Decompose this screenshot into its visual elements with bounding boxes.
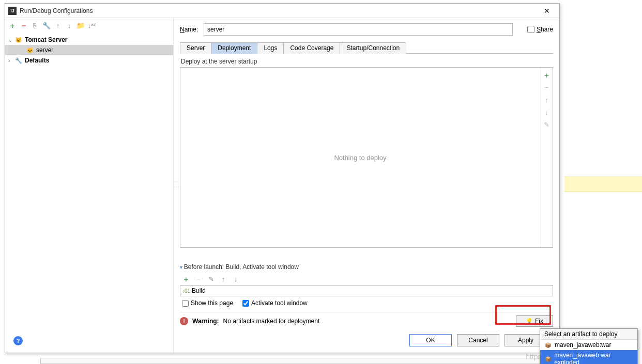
- tree-item-defaults[interactable]: › 🔧 Defaults: [5, 55, 173, 66]
- run-debug-dialog: IJ Run/Debug Configurations ✕ + − ⎘ 🔧 ↑ …: [5, 3, 560, 353]
- copy-icon[interactable]: ⎘: [31, 21, 39, 29]
- activate-window-check[interactable]: Activate tool window: [242, 299, 308, 307]
- remove-artifact-icon[interactable]: −: [543, 83, 551, 91]
- popup-item[interactable]: 📦 maven_javaweb:war: [540, 340, 637, 350]
- fix-button[interactable]: 💡 Fix: [516, 315, 553, 327]
- deploy-toolbar: + − ↑ ↓ ✎: [540, 68, 553, 247]
- down-artifact-icon[interactable]: ↓: [543, 108, 551, 116]
- edit-icon[interactable]: 🔧: [42, 21, 51, 29]
- before-launch-list[interactable]: ↓01 Build: [180, 285, 553, 296]
- tree-label: Tomcat Server: [25, 36, 67, 43]
- warning-icon: !: [180, 317, 188, 325]
- folder-icon[interactable]: 📁: [77, 21, 85, 29]
- tabs: Server Deployment Logs Code Coverage Sta…: [180, 42, 553, 54]
- sidebar-toolbar: + − ⎘ 🔧 ↑ ↓ 📁 ↓ᵃᶻ: [5, 18, 173, 33]
- build-icon: ↓01: [182, 287, 190, 294]
- warning-label: Warning:: [192, 318, 219, 325]
- show-page-check[interactable]: Show this page: [182, 299, 233, 307]
- warning-row: ! Warning: No artifacts marked for deplo…: [180, 312, 553, 330]
- dialog-title: Run/Debug Configurations: [20, 7, 538, 14]
- titlebar: IJ Run/Debug Configurations ✕: [5, 4, 559, 18]
- add-artifact-icon[interactable]: +: [543, 71, 551, 79]
- tab-logs[interactable]: Logs: [257, 42, 284, 54]
- empty-text: Nothing to deploy: [180, 68, 540, 247]
- tree-label: Defaults: [25, 57, 49, 64]
- wrench-icon: 🔧: [14, 56, 23, 65]
- tree-item-tomcat[interactable]: ⌄ 🐱 Tomcat Server: [5, 35, 173, 45]
- deploy-section-label: Deploy at the server startup: [181, 58, 553, 65]
- sort-icon[interactable]: ↓ᵃᶻ: [88, 21, 96, 29]
- bulb-icon: 💡: [526, 318, 533, 325]
- chevron-down-icon[interactable]: ⌄: [8, 37, 14, 43]
- popup-item-selected[interactable]: 📦 maven_javaweb:war exploded: [540, 350, 637, 364]
- tree-item-server[interactable]: 🐱 server: [5, 45, 173, 55]
- tomcat-icon: 🐱: [14, 36, 23, 44]
- bl-edit-icon[interactable]: ✎: [207, 275, 215, 283]
- tomcat-icon: 🐱: [26, 46, 34, 54]
- down-icon[interactable]: ↓: [65, 21, 73, 29]
- name-input[interactable]: [204, 23, 513, 36]
- close-icon[interactable]: ✕: [538, 5, 556, 17]
- build-item: Build: [192, 287, 206, 294]
- before-launch-section: Before launch: Build, Activate tool wind…: [180, 263, 553, 310]
- bl-add-icon[interactable]: +: [182, 275, 190, 283]
- main-panel: Name: Share Server Deployment Logs Code …: [174, 18, 559, 353]
- tab-startup[interactable]: Startup/Connection: [340, 42, 406, 54]
- cancel-button[interactable]: Cancel: [457, 334, 499, 346]
- tab-coverage[interactable]: Code Coverage: [283, 42, 340, 54]
- name-label: Name:: [180, 26, 200, 33]
- before-launch-label[interactable]: Before launch: Build, Activate tool wind…: [180, 263, 553, 271]
- share-label: Share: [537, 26, 553, 33]
- activate-window-checkbox[interactable]: [242, 300, 249, 307]
- tab-server[interactable]: Server: [180, 42, 211, 54]
- bl-down-icon[interactable]: ↓: [232, 275, 240, 283]
- help-icon[interactable]: ?: [13, 336, 23, 345]
- show-page-checkbox[interactable]: [182, 300, 189, 307]
- remove-icon[interactable]: −: [20, 21, 28, 29]
- dialog-buttons: OK Cancel Apply: [180, 330, 553, 353]
- ok-button[interactable]: OK: [409, 334, 452, 346]
- bl-remove-icon[interactable]: −: [194, 275, 203, 283]
- editor-edge: [40, 358, 560, 364]
- add-icon[interactable]: +: [8, 21, 17, 29]
- config-tree: ⌄ 🐱 Tomcat Server 🐱 server › 🔧 Defaults: [5, 33, 173, 353]
- artifact-popup: Select an artifact to deploy 📦 maven_jav…: [540, 328, 638, 364]
- sidebar: + − ⎘ 🔧 ↑ ↓ 📁 ↓ᵃᶻ ⌄ 🐱 Tomcat Server 🐱 se…: [5, 18, 174, 353]
- chevron-right-icon[interactable]: ›: [8, 58, 14, 64]
- tree-label: server: [36, 46, 53, 54]
- warning-text: No artifacts marked for deployment: [223, 318, 320, 325]
- popup-title: Select an artifact to deploy: [540, 329, 637, 340]
- deploy-list: Nothing to deploy + − ↑ ↓ ✎: [180, 67, 553, 248]
- background-highlight: [564, 177, 642, 192]
- app-icon: IJ: [8, 7, 17, 15]
- edit-artifact-icon[interactable]: ✎: [543, 120, 551, 129]
- bl-up-icon[interactable]: ↑: [219, 275, 227, 283]
- share-checkbox[interactable]: [527, 26, 534, 33]
- tab-deployment[interactable]: Deployment: [211, 42, 257, 54]
- artifact-icon: 📦: [544, 355, 551, 362]
- up-artifact-icon[interactable]: ↑: [543, 96, 551, 104]
- artifact-icon: 📦: [544, 341, 552, 349]
- up-icon[interactable]: ↑: [54, 21, 62, 29]
